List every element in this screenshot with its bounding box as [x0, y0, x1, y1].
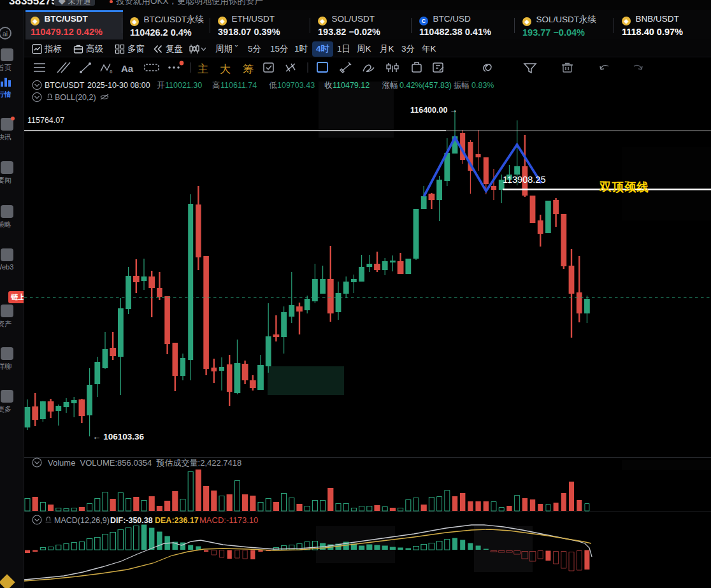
svg-text:MACD:-1173.10: MACD:-1173.10 [199, 515, 258, 525]
svg-text:109703.43: 109703.43 [277, 81, 315, 90]
svg-text:110479.12: 110479.12 [333, 81, 370, 90]
svg-text:MACD(12,26,9): MACD(12,26,9) [54, 516, 110, 525]
svg-text:2025-10-30 08:00: 2025-10-30 08:00 [87, 81, 150, 90]
svg-text:主: 主 [198, 63, 208, 75]
svg-text:0.83%: 0.83% [471, 81, 494, 90]
svg-text:DIF:-350.38: DIF:-350.38 [110, 516, 153, 525]
svg-text:双顶颈线: 双顶颈线 [599, 180, 649, 194]
svg-text:110021.30: 110021.30 [165, 81, 202, 90]
svg-text:6: 6 [110, 69, 113, 75]
svg-text:开: 开 [157, 81, 165, 90]
svg-text:涨幅: 涨幅 [382, 81, 398, 90]
svg-text:低: 低 [269, 81, 277, 90]
svg-text:110611.74: 110611.74 [220, 81, 257, 90]
svg-text:收: 收 [324, 81, 333, 90]
svg-text:筹: 筹 [243, 63, 254, 75]
svg-text:BOLL(20,2): BOLL(20,2) [55, 93, 96, 102]
svg-text:113908.25: 113908.25 [503, 175, 545, 185]
svg-text:BTC/USDT: BTC/USDT [45, 81, 85, 90]
svg-text:高: 高 [212, 81, 220, 90]
svg-text:Volume VOLUME:856.0354 预估成交量: Volume VOLUME:856.0354 预估成交量:2,422.7418 [48, 458, 241, 468]
svg-text:← 106103.36: ← 106103.36 [92, 432, 145, 441]
svg-text:Aa: Aa [121, 63, 134, 74]
svg-text:116400.00 →: 116400.00 → [410, 106, 457, 115]
svg-text:DEA:236.17: DEA:236.17 [155, 516, 199, 525]
svg-text:115764.07: 115764.07 [27, 116, 64, 125]
svg-text:振幅: 振幅 [454, 81, 470, 90]
svg-text:大: 大 [220, 63, 231, 75]
svg-text:0.42%(457.83): 0.42%(457.83) [399, 81, 452, 90]
